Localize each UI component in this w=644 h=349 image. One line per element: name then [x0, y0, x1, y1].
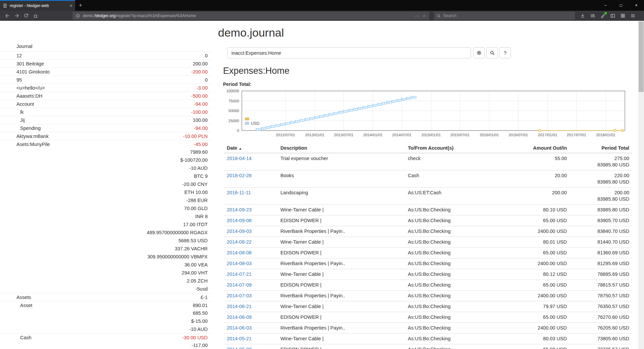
notes-icon[interactable] [598, 11, 607, 20]
sidebar-account-link[interactable]: <u>hello</u> [16, 84, 45, 92]
forward-button[interactable] [12, 11, 21, 20]
sidebar-account-link[interactable]: Cash [20, 334, 32, 342]
register-row: 2018-04-14Trial expense vouchercheck55.0… [224, 153, 632, 170]
sidebar-account-row: $-100720.00 [0, 156, 212, 164]
period-total-cell: 76350.57 USD [570, 301, 632, 312]
svg-text:2016/01/01: 2016/01/01 [480, 133, 499, 137]
transaction-date-link[interactable]: 2014-08-08 [227, 250, 252, 255]
column-header-period-total[interactable]: Period Total [570, 143, 632, 153]
browser-tab[interactable]: register - hledger-web × [0, 0, 75, 11]
period-total-line: 83905.70 USD [572, 217, 629, 224]
sidebar-account-balance: -94.00 [194, 100, 208, 108]
sidebar-account-link[interactable]: 4101 Girokonto [16, 68, 50, 76]
window-close-button[interactable]: × [629, 0, 644, 11]
back-button[interactable] [3, 11, 12, 20]
transaction-date-link[interactable]: 2018-02-28 [227, 173, 252, 178]
sidebar-account-row: <u>hello</u>-3.00 [0, 84, 212, 92]
transaction-date-link[interactable]: 2018-04-14 [227, 156, 252, 161]
transaction-date-link[interactable]: 2014-09-23 [227, 207, 252, 212]
browser-search-bar[interactable] [434, 12, 575, 20]
amount-cell: 80.12 USD [506, 269, 570, 280]
sidebar-account-link[interactable]: 301 Beiträge [16, 60, 44, 68]
scrollbar-thumb[interactable] [639, 21, 644, 92]
date-cell: 2018-02-28 [224, 170, 278, 188]
sidebar-account-row: -5usd [0, 285, 212, 293]
description-cell: RiverBank Properties | Payin.. [278, 323, 405, 334]
amount-cell: 80.03 USD [506, 334, 570, 344]
transaction-date-link[interactable]: 2014-06-03 [227, 325, 252, 331]
window-maximize-button[interactable]: □ [613, 0, 629, 11]
sidebar-account-link[interactable]: Jij [20, 116, 25, 124]
legend-label-usd: USD [251, 121, 259, 126]
transaction-date-link[interactable]: 2014-07-03 [227, 293, 252, 298]
bookmark-star-icon[interactable]: ☆ [422, 13, 426, 18]
window-minimize-button[interactable]: − [598, 0, 613, 11]
account-cell: As:US:Bo:Checking [405, 226, 506, 237]
sidebar-account-balance: 0 [205, 52, 208, 60]
transaction-date-link[interactable]: 2014-07-21 [227, 271, 252, 277]
tab-close-icon[interactable]: × [70, 3, 72, 8]
browser-search-input[interactable] [443, 13, 572, 18]
sidebar-account-row: 4101 Girokonto-200.00 [0, 67, 212, 76]
sidebar-account-link[interactable]: lk [20, 108, 23, 116]
date-cell: 2014-05-21 [224, 334, 278, 344]
column-header-to-from-account-s-[interactable]: To/From Account(s) [405, 143, 506, 153]
transaction-date-link[interactable]: 2016-11-11 [227, 190, 251, 195]
sidebar-account-link[interactable]: 95 [16, 76, 22, 84]
menu-icon[interactable] [629, 11, 637, 20]
page-info-icon[interactable] [75, 13, 80, 18]
sidebar-account-balance: -30.00 USD [182, 334, 208, 342]
date-cell: 2018-04-14 [224, 153, 278, 170]
register-row: 2016-11-11LandscapingAs:US:ET:Cash200.00… [224, 188, 632, 205]
apps-grid-icon[interactable] [619, 11, 627, 20]
page-scrollbar[interactable] [638, 21, 644, 349]
download-icon[interactable] [578, 11, 587, 20]
account-cell: As:US:Bo:Checking [405, 258, 506, 269]
window-controls: − □ × [598, 0, 644, 11]
home-button[interactable] [31, 11, 40, 20]
svg-text:2017/01/01: 2017/01/01 [538, 133, 557, 137]
column-header-description[interactable]: Description [278, 143, 405, 153]
new-tab-button[interactable]: + [75, 0, 86, 11]
sidebar-toggle-icon[interactable] [608, 11, 617, 20]
refresh-button[interactable] [21, 11, 31, 20]
period-total-cell: 220.0083985.80 USD [570, 170, 632, 188]
help-button[interactable]: ? [499, 47, 511, 58]
sidebar-account-link[interactable]: Aaasets:DH [16, 92, 42, 100]
period-total-line: 73805.60 USD [572, 336, 629, 342]
transaction-date-link[interactable]: 2014-07-09 [227, 282, 252, 288]
sidebar-account-link[interactable]: Asets:MunyPile [16, 140, 50, 148]
transaction-date-link[interactable]: 2014-08-03 [227, 261, 252, 266]
transaction-date-link[interactable]: 2014-06-21 [227, 304, 252, 309]
search-submit-button[interactable] [486, 47, 498, 58]
period-total-cell: 73725.57 USD [570, 344, 632, 349]
column-header-date[interactable]: Date▲ [224, 143, 278, 153]
sidebar-account-link[interactable]: Account [16, 100, 34, 108]
sidebar-account-link[interactable]: Spending [20, 124, 41, 132]
transaction-date-link[interactable]: 2014-09-08 [227, 218, 252, 223]
account-cell: As:US:Bo:Checking [405, 291, 506, 301]
svg-text:2018/01/01: 2018/01/01 [596, 133, 615, 137]
description-cell: RiverBank Properties | Payin.. [278, 258, 405, 269]
amount-cell: 2400.00 USD [506, 323, 570, 334]
period-total-cell: 76270.60 USD [570, 312, 632, 323]
amount-cell: 2400.00 USD [506, 291, 570, 301]
transaction-date-link[interactable]: 2014-05-08 [227, 347, 252, 349]
url-bar[interactable]: demo.hledger.org/register?q=inacct%3AExp… [72, 12, 429, 20]
sidebar-account-link[interactable]: 12 [16, 52, 22, 60]
sidebar-journal-heading[interactable]: Journal [16, 44, 212, 49]
transaction-date-link[interactable]: 2014-08-22 [227, 239, 252, 245]
sidebar-account-balance: -3.00 [197, 84, 208, 92]
transaction-date-link[interactable]: 2014-09-03 [227, 229, 252, 234]
sidebar-account-link[interactable]: Assets [16, 293, 31, 301]
library-icon[interactable] [588, 11, 597, 20]
clear-query-button[interactable]: ⊗ [473, 47, 485, 58]
column-header-amount-out-in[interactable]: Amount Out/In [506, 143, 570, 153]
sidebar-account-link[interactable]: Asset [20, 301, 32, 309]
transaction-date-link[interactable]: 2014-06-09 [227, 314, 252, 320]
sidebar-account-row: lk-100.00 [0, 108, 212, 116]
query-input[interactable] [227, 47, 471, 58]
page-actions-icon[interactable]: ⋯ [415, 13, 419, 18]
transaction-date-link[interactable]: 2014-05-21 [227, 336, 252, 341]
sidebar-account-link[interactable]: Aktywa:mBank [16, 132, 49, 140]
